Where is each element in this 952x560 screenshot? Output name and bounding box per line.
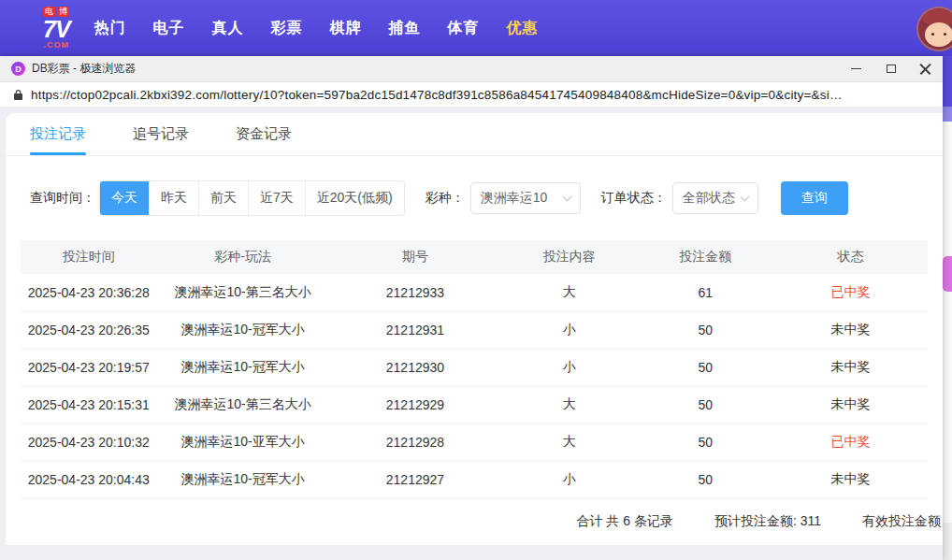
issue-cell: 21212931 [329,323,501,337]
url-text[interactable]: https://ctop02pcali.2kbxi392.com/lottery… [31,88,843,102]
floating-widget-edge [943,256,952,292]
favicon-icon: D [11,62,25,76]
browser-titlebar: D DB彩票 - 极速浏览器 [0,56,943,82]
status-cell: 未中奖 [773,359,928,376]
tab-chase-records[interactable]: 追号记录 [133,113,189,155]
column-header-time: 投注时间 [21,249,157,266]
lottery-select[interactable]: 澳洲幸运10 [470,182,581,214]
time-filter-label: 查询时间： [30,190,95,207]
chevron-down-icon [562,193,571,202]
window-title: DB彩票 - 极速浏览器 [32,61,136,77]
site-logo[interactable]: 电 博 7V .COM [43,7,70,50]
content-cell: 大 [501,396,638,413]
amount-cell: 50 [638,435,774,450]
amount-cell: 50 [638,323,774,337]
lottery-filter-label: 彩种： [426,190,465,207]
table-row: 2025-04-23 20:26:35 澳洲幸运10-冠军大小 21212931… [21,311,928,349]
filter-bar: 查询时间： 今天 昨天 前天 近7天 近20天(低频) 彩种： 澳洲幸运10 订… [6,156,943,231]
content-cell: 小 [501,359,638,376]
summary-total: 合计 共 6 条记录 [576,513,672,530]
close-icon [919,63,931,75]
seg-last-7-days[interactable]: 近7天 [248,181,305,215]
issue-cell: 21212927 [329,472,501,487]
background-page-edge [943,56,952,560]
bet-records-table: 投注时间 彩种-玩法 期号 投注内容 投注金额 状态 2025-04-23 20… [21,240,928,498]
nav-item-hot[interactable]: 热门 [94,19,126,38]
table-row: 2025-04-23 20:10:32 澳洲幸运10-亚军大小 21212928… [21,424,928,461]
bet-time-cell: 2025-04-23 20:04:43 [21,472,157,487]
window-controls [839,56,943,81]
nav-item-promo[interactable]: 优惠 [507,19,539,38]
play-cell: 澳洲幸运10-冠军大小 [157,471,329,488]
nav-item-lottery[interactable]: 彩票 [271,19,303,38]
seg-day-before[interactable]: 前天 [198,181,248,215]
nav-item-slots[interactable]: 电子 [153,19,185,38]
seg-yesterday[interactable]: 昨天 [149,181,198,215]
status-cell: 已中奖 [773,434,928,451]
background-banner-edge-2 [943,107,952,122]
background-footer-edge [943,523,952,560]
nav-item-sports[interactable]: 体育 [448,19,480,38]
record-tabs: 投注记录 追号记录 资金记录 [6,113,943,156]
bet-time-cell: 2025-04-23 20:15:31 [21,397,157,412]
amount-cell: 50 [638,472,774,487]
summary-bar: 合计 共 6 条记录 预计投注金额: 311 有效投注金额 [6,498,943,530]
amount-cell: 50 [638,360,774,375]
seg-last-20-days[interactable]: 近20天(低频) [305,181,404,215]
column-header-status: 状态 [773,249,928,266]
logo-domain: .COM [44,41,70,50]
issue-cell: 21212933 [329,285,501,300]
content-cell: 大 [501,434,638,451]
bet-time-cell: 2025-04-23 20:26:35 [21,323,157,337]
logo-text: 7V [43,18,70,41]
screen: 电 博 7V .COM 热门 电子 真人 彩票 棋牌 捕鱼 体育 优惠 [0,0,952,560]
tab-bet-records[interactable]: 投注记录 [30,113,86,155]
maximize-button[interactable] [873,56,908,81]
status-cell: 未中奖 [773,396,928,413]
column-header-issue: 期号 [329,249,501,266]
issue-cell: 21212930 [329,360,501,375]
amount-cell: 61 [638,285,774,300]
site-header: 电 博 7V .COM 热门 电子 真人 彩票 棋牌 捕鱼 体育 优惠 [0,0,952,56]
issue-cell: 21212929 [329,397,501,412]
play-cell: 澳洲幸运10-冠军大小 [157,359,329,376]
nav-item-cards[interactable]: 棋牌 [330,19,362,38]
nav-item-live[interactable]: 真人 [212,19,244,38]
status-cell: 未中奖 [773,471,928,488]
close-button[interactable] [908,56,943,81]
time-filter-group: 今天 昨天 前天 近7天 近20天(低频) [99,180,405,216]
bet-time-cell: 2025-04-23 20:36:28 [21,285,157,300]
play-cell: 澳洲幸运10-第三名大小 [157,284,329,301]
chevron-down-icon [740,193,749,202]
avatar-face [925,22,952,47]
order-status-value: 全部状态 [683,190,735,207]
table-row: 2025-04-23 20:04:43 澳洲幸运10-冠军大小 21212927… [21,461,928,498]
address-bar[interactable]: https://ctop02pcali.2kbxi392.com/lottery… [0,82,943,108]
table-row: 2025-04-23 20:15:31 澳洲幸运10-第三名大小 2121292… [21,386,928,424]
background-banner-edge [943,56,952,107]
lock-icon[interactable] [13,89,23,101]
order-status-select[interactable]: 全部状态 [672,182,758,214]
column-header-amount: 投注金额 [638,249,774,266]
search-button[interactable]: 查询 [781,181,848,215]
summary-expected-amount: 预计投注金额: 311 [714,513,821,530]
play-cell: 澳洲幸运10-冠军大小 [157,322,329,338]
nav-item-fishing[interactable]: 捕鱼 [389,19,421,38]
status-cell: 已中奖 [773,284,928,301]
content-cell: 大 [501,284,638,301]
seg-today[interactable]: 今天 [100,181,149,215]
bet-time-cell: 2025-04-23 20:19:57 [21,360,157,375]
column-header-content: 投注内容 [501,249,638,266]
bet-time-cell: 2025-04-23 20:10:32 [21,435,157,450]
table-header-row: 投注时间 彩种-玩法 期号 投注内容 投注金额 状态 [21,240,928,274]
play-cell: 澳洲幸运10-第三名大小 [157,396,329,413]
user-avatar[interactable] [916,7,952,51]
maximize-icon [887,65,896,73]
minimize-icon [851,68,861,69]
tab-fund-records[interactable]: 资金记录 [236,113,292,155]
status-cell: 未中奖 [773,322,928,338]
play-cell: 澳洲幸运10-亚军大小 [157,434,329,451]
minimize-button[interactable] [839,56,873,81]
page-background: 投注记录 追号记录 资金记录 查询时间： 今天 昨天 前天 近7天 近20天(低… [0,108,943,560]
content-panel: 投注记录 追号记录 资金记录 查询时间： 今天 昨天 前天 近7天 近20天(低… [6,113,943,545]
